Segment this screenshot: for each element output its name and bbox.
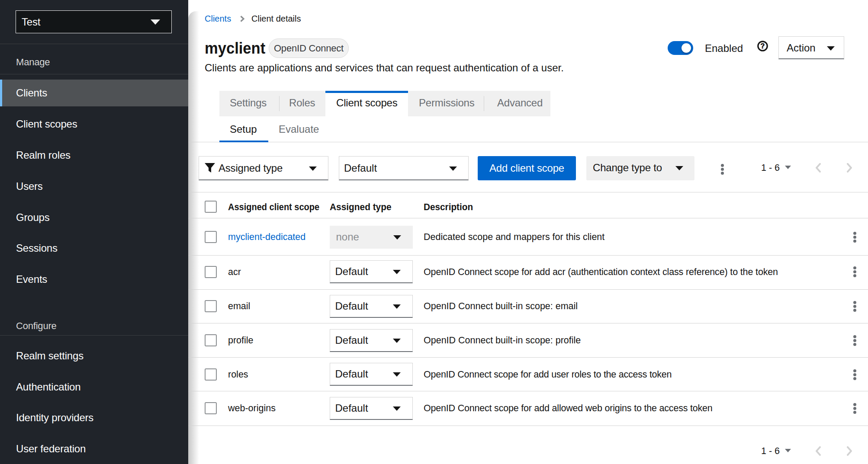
svg-text:?: ?	[761, 42, 765, 50]
